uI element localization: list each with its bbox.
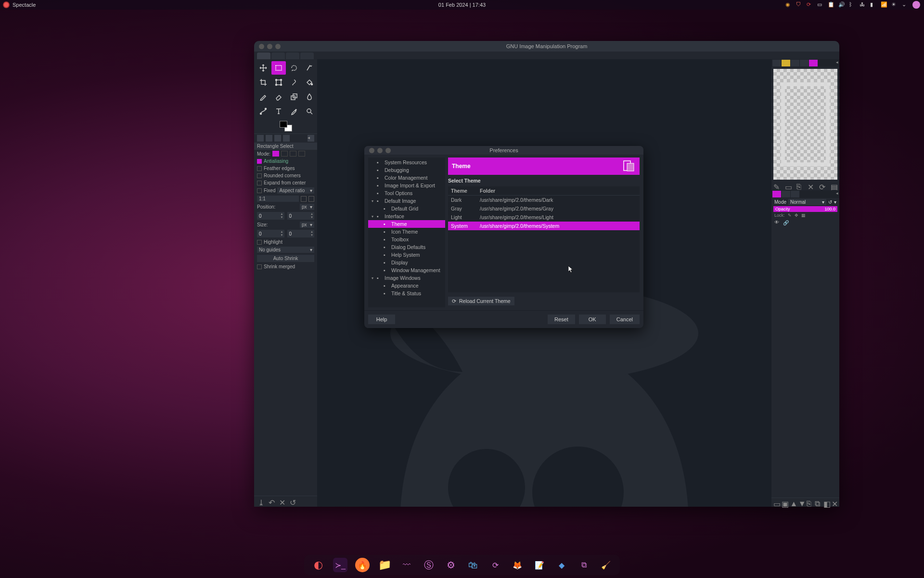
snapshot-app-icon[interactable]: ⧉ [577, 558, 591, 572]
position-x-input[interactable]: ▲▼ [257, 212, 284, 220]
new-group-icon[interactable]: ▣ [782, 499, 787, 505]
lower-layer-icon[interactable]: ▼ [798, 499, 804, 505]
theme-row[interactable]: System/usr/share/gimp/2.0/themes/System [448, 222, 640, 230]
merge-layer-icon[interactable]: ⧉ [815, 499, 821, 505]
position-unit-select[interactable]: px▾ [300, 204, 314, 210]
gimp-titlebar[interactable]: GNU Image Manipulation Program [254, 41, 839, 52]
layer-item[interactable]: 👁 🔗 [774, 220, 836, 225]
open-brush-icon[interactable]: ▤ [831, 183, 837, 189]
patterns-tab-icon[interactable] [782, 60, 790, 66]
octopi-app-icon[interactable]: ⟳ [488, 558, 502, 572]
transform-tool-icon[interactable] [271, 76, 286, 89]
move-tool-icon[interactable] [256, 61, 270, 75]
toolbox-tab[interactable] [271, 53, 285, 59]
monitor-app-icon[interactable]: 〰 [399, 558, 414, 572]
garuda-app-icon[interactable]: ◐ [311, 558, 325, 572]
close-icon[interactable] [259, 44, 264, 49]
brushes-tab-icon[interactable] [772, 60, 781, 66]
eraser-tool-icon[interactable] [271, 90, 286, 104]
raise-layer-icon[interactable]: ▲ [790, 499, 796, 505]
dock-menu-icon[interactable]: ◂ [836, 60, 838, 66]
bluetooth-icon[interactable]: ᛒ [849, 1, 856, 8]
mode-add-button[interactable] [281, 151, 288, 157]
delete-layer-icon[interactable]: ✕ [832, 499, 837, 505]
assistant-app-icon[interactable]: ◆ [554, 558, 569, 572]
prefs-tree-item[interactable]: ▪Debugging [368, 166, 445, 174]
editor-tab-icon[interactable] [809, 60, 818, 66]
feather-checkbox[interactable] [257, 166, 262, 171]
switch-icon[interactable]: ↺ [828, 199, 832, 205]
undo-tab-icon[interactable] [274, 135, 281, 142]
prefs-tree-item[interactable]: ▪Title & Status [368, 289, 445, 297]
theme-row[interactable]: Light/usr/share/gimp/2.0/themes/Light [448, 213, 640, 222]
prefs-tree-item[interactable]: ▾▪Default Image [368, 197, 445, 205]
history-tab-icon[interactable] [800, 60, 808, 66]
prefs-tree-item[interactable]: ▪Theme [368, 220, 445, 228]
prefs-tree-item[interactable]: ▪Tool Options [368, 189, 445, 197]
prefs-tree[interactable]: ▪System Resources▪Debugging▪Color Manage… [368, 158, 445, 307]
theme-row[interactable]: Gray/usr/share/gimp/2.0/themes/Gray [448, 204, 640, 213]
new-layer-icon[interactable]: ▭ [773, 499, 779, 505]
steam-app-icon[interactable]: Ⓢ [422, 558, 436, 572]
prefs-tree-item[interactable]: ▪Help System [368, 251, 445, 259]
store-app-icon[interactable]: 🛍 [466, 558, 480, 572]
clone-tool-icon[interactable] [287, 90, 301, 104]
files-app-icon[interactable]: 📁 [377, 558, 392, 572]
bucket-fill-tool-icon[interactable] [302, 76, 317, 89]
col-theme-header[interactable]: Theme [451, 188, 480, 194]
layer-mode-select[interactable]: Normal▾ [788, 199, 826, 205]
opacity-slider[interactable]: Opacity 100.0 [773, 206, 837, 212]
editor-app-icon[interactable]: 📝 [532, 558, 547, 572]
text-tool-icon[interactable] [271, 105, 286, 118]
prefs-tree-item[interactable]: ▪Color Management [368, 174, 445, 182]
restore-options-icon[interactable]: ↶ [269, 498, 275, 505]
size-h-input[interactable]: ▲▼ [287, 230, 315, 237]
options-tab-icon[interactable] [257, 135, 264, 142]
prefs-tree-item[interactable]: ▪Toolbox [368, 236, 445, 243]
prefs-tree-item[interactable]: ▪Default Grid [368, 205, 445, 212]
delete-options-icon[interactable]: ✕ [279, 498, 286, 505]
landscape-icon[interactable] [308, 196, 314, 202]
maximize-icon[interactable] [385, 148, 391, 153]
expand-checkbox[interactable] [257, 181, 262, 185]
minimize-icon[interactable] [377, 148, 383, 153]
prefs-tree-item[interactable]: ▾▪Image Windows [368, 274, 445, 282]
images-tab-icon[interactable] [283, 135, 290, 142]
channels-tab-icon[interactable] [782, 191, 790, 197]
avatar[interactable] [912, 1, 920, 9]
toolbox-tab[interactable] [300, 53, 314, 59]
cleaner-app-icon[interactable]: 🧹 [599, 558, 613, 572]
prefs-titlebar[interactable]: Preferences [364, 146, 643, 155]
rounded-checkbox[interactable] [257, 173, 262, 178]
network-icon[interactable]: 🖧 [860, 1, 866, 8]
wifi-icon[interactable]: 📶 [881, 1, 887, 8]
size-unit-select[interactable]: px▾ [300, 222, 314, 228]
fonts-tab-icon[interactable] [791, 60, 799, 66]
lock-pixels-icon[interactable]: ✎ [788, 213, 792, 218]
prefs-tree-item[interactable]: ▾▪Interface [368, 212, 445, 220]
edit-brush-icon[interactable]: ✎ [773, 183, 780, 189]
shrink-merged-checkbox[interactable] [257, 264, 262, 269]
clipboard-icon[interactable]: 📋 [828, 1, 834, 8]
maximize-icon[interactable] [275, 44, 281, 49]
paths-tab-icon[interactable] [791, 191, 799, 197]
guides-select[interactable]: No guides▾ [257, 247, 314, 253]
fuzzy-select-tool-icon[interactable] [302, 61, 317, 75]
screen-icon[interactable]: ▭ [817, 1, 824, 8]
prefs-tree-item[interactable]: ▪Display [368, 259, 445, 266]
fg-bg-colors[interactable] [254, 119, 317, 133]
crop-tool-icon[interactable] [256, 76, 270, 89]
user-icon[interactable]: ◉ [785, 1, 792, 8]
help-button[interactable]: Help [368, 315, 395, 324]
prefs-tree-item[interactable]: ▪Dialog Defaults [368, 243, 445, 251]
mask-layer-icon[interactable]: ◧ [823, 499, 829, 505]
prefs-tree-item[interactable]: ▪System Resources [368, 158, 445, 166]
zoom-tool-icon[interactable] [302, 105, 317, 118]
aspect-value-input[interactable]: 1:1 [257, 196, 299, 202]
toolbox-tab[interactable] [286, 53, 299, 59]
save-options-icon[interactable]: ⤓ [258, 498, 265, 505]
settings-app-icon[interactable]: ⚙ [444, 558, 458, 572]
layers-tab-icon[interactable] [772, 191, 781, 197]
volume-icon[interactable]: 🔊 [838, 1, 845, 8]
pencil-tool-icon[interactable] [256, 90, 270, 104]
